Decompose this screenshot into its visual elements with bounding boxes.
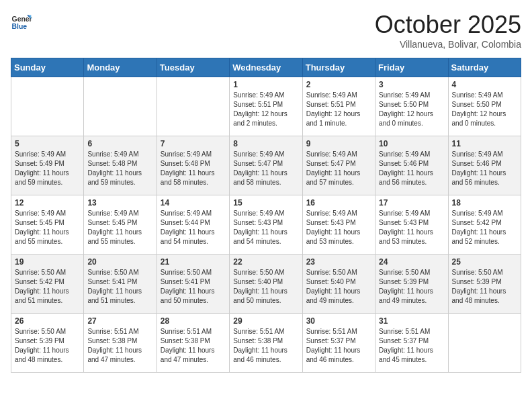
- calendar-cell: 6Sunrise: 5:49 AM Sunset: 5:48 PM Daylig…: [84, 136, 157, 195]
- weekday-header-thursday: Thursday: [302, 58, 375, 77]
- day-number: 20: [87, 257, 152, 267]
- day-info: Sunrise: 5:51 AM Sunset: 5:37 PM Dayligh…: [306, 327, 371, 365]
- day-info: Sunrise: 5:49 AM Sunset: 5:43 PM Dayligh…: [306, 209, 371, 246]
- day-number: 9: [306, 139, 371, 148]
- day-info: Sunrise: 5:49 AM Sunset: 5:48 PM Dayligh…: [87, 150, 152, 187]
- calendar-cell: 25Sunrise: 5:50 AM Sunset: 5:39 PM Dayli…: [448, 255, 521, 314]
- day-number: 10: [379, 139, 444, 148]
- day-info: Sunrise: 5:49 AM Sunset: 5:51 PM Dayligh…: [233, 91, 298, 128]
- day-info: Sunrise: 5:51 AM Sunset: 5:38 PM Dayligh…: [161, 327, 226, 365]
- day-info: Sunrise: 5:49 AM Sunset: 5:42 PM Dayligh…: [452, 209, 517, 246]
- calendar-cell: 24Sunrise: 5:50 AM Sunset: 5:39 PM Dayli…: [375, 255, 448, 314]
- calendar-cell: [11, 77, 84, 136]
- calendar-cell: 8Sunrise: 5:49 AM Sunset: 5:47 PM Daylig…: [230, 136, 302, 195]
- day-number: 12: [15, 198, 80, 208]
- month-title: October 2025: [375, 11, 521, 39]
- day-info: Sunrise: 5:49 AM Sunset: 5:45 PM Dayligh…: [15, 209, 80, 246]
- day-info: Sunrise: 5:49 AM Sunset: 5:43 PM Dayligh…: [233, 209, 298, 246]
- day-info: Sunrise: 5:51 AM Sunset: 5:38 PM Dayligh…: [87, 327, 152, 365]
- calendar-cell: 27Sunrise: 5:51 AM Sunset: 5:38 PM Dayli…: [84, 314, 157, 373]
- day-info: Sunrise: 5:49 AM Sunset: 5:46 PM Dayligh…: [379, 150, 444, 187]
- svg-text:Blue: Blue: [12, 23, 28, 30]
- day-info: Sunrise: 5:51 AM Sunset: 5:38 PM Dayligh…: [233, 327, 298, 365]
- day-number: 13: [87, 198, 152, 208]
- calendar-cell: 15Sunrise: 5:49 AM Sunset: 5:43 PM Dayli…: [230, 195, 302, 255]
- calendar-cell: 30Sunrise: 5:51 AM Sunset: 5:37 PM Dayli…: [302, 314, 375, 373]
- calendar-cell: 11Sunrise: 5:49 AM Sunset: 5:46 PM Dayli…: [448, 136, 521, 195]
- calendar-cell: 26Sunrise: 5:50 AM Sunset: 5:39 PM Dayli…: [11, 314, 84, 373]
- calendar-cell: 14Sunrise: 5:49 AM Sunset: 5:44 PM Dayli…: [157, 195, 229, 255]
- logo: General Blue: [11, 11, 32, 32]
- day-info: Sunrise: 5:50 AM Sunset: 5:39 PM Dayligh…: [379, 268, 444, 306]
- day-number: 19: [15, 257, 80, 267]
- day-info: Sunrise: 5:49 AM Sunset: 5:50 PM Dayligh…: [379, 91, 444, 128]
- calendar-cell: 21Sunrise: 5:50 AM Sunset: 5:41 PM Dayli…: [157, 255, 229, 314]
- day-info: Sunrise: 5:50 AM Sunset: 5:41 PM Dayligh…: [161, 268, 226, 306]
- calendar-table: SundayMondayTuesdayWednesdayThursdayFrid…: [11, 58, 521, 373]
- calendar-cell: [157, 77, 229, 136]
- day-info: Sunrise: 5:50 AM Sunset: 5:42 PM Dayligh…: [15, 268, 80, 306]
- location-subtitle: Villanueva, Bolivar, Colombia: [375, 39, 521, 50]
- calendar-cell: 2Sunrise: 5:49 AM Sunset: 5:51 PM Daylig…: [302, 77, 375, 136]
- calendar-week-2: 5Sunrise: 5:49 AM Sunset: 5:49 PM Daylig…: [11, 136, 521, 195]
- calendar-cell: 10Sunrise: 5:49 AM Sunset: 5:46 PM Dayli…: [375, 136, 448, 195]
- calendar-cell: 29Sunrise: 5:51 AM Sunset: 5:38 PM Dayli…: [230, 314, 302, 373]
- weekday-header-saturday: Saturday: [448, 58, 521, 77]
- day-number: 31: [379, 316, 444, 326]
- day-info: Sunrise: 5:49 AM Sunset: 5:48 PM Dayligh…: [161, 150, 226, 187]
- day-number: 8: [233, 139, 298, 148]
- day-number: 30: [306, 316, 371, 326]
- day-number: 26: [15, 316, 80, 326]
- day-number: 21: [161, 257, 226, 267]
- day-number: 15: [233, 198, 298, 208]
- calendar-cell: 4Sunrise: 5:49 AM Sunset: 5:50 PM Daylig…: [448, 77, 521, 136]
- day-info: Sunrise: 5:49 AM Sunset: 5:49 PM Dayligh…: [15, 150, 80, 187]
- day-info: Sunrise: 5:50 AM Sunset: 5:39 PM Dayligh…: [452, 268, 517, 306]
- title-block: October 2025 Villanueva, Bolivar, Colomb…: [375, 11, 521, 50]
- day-info: Sunrise: 5:49 AM Sunset: 5:51 PM Dayligh…: [306, 91, 371, 128]
- day-number: 14: [161, 198, 226, 208]
- day-info: Sunrise: 5:50 AM Sunset: 5:40 PM Dayligh…: [306, 268, 371, 306]
- weekday-header-tuesday: Tuesday: [157, 58, 229, 77]
- day-info: Sunrise: 5:50 AM Sunset: 5:39 PM Dayligh…: [15, 327, 80, 365]
- day-number: 2: [306, 80, 371, 89]
- day-info: Sunrise: 5:49 AM Sunset: 5:47 PM Dayligh…: [233, 150, 298, 187]
- day-info: Sunrise: 5:51 AM Sunset: 5:37 PM Dayligh…: [379, 327, 444, 365]
- calendar-cell: 31Sunrise: 5:51 AM Sunset: 5:37 PM Dayli…: [375, 314, 448, 373]
- calendar-cell: 12Sunrise: 5:49 AM Sunset: 5:45 PM Dayli…: [11, 195, 84, 255]
- page-header: General Blue October 2025 Villanueva, Bo…: [11, 11, 521, 50]
- day-info: Sunrise: 5:49 AM Sunset: 5:50 PM Dayligh…: [452, 91, 517, 128]
- calendar-cell: 17Sunrise: 5:49 AM Sunset: 5:43 PM Dayli…: [375, 195, 448, 255]
- calendar-cell: 1Sunrise: 5:49 AM Sunset: 5:51 PM Daylig…: [230, 77, 302, 136]
- day-number: 6: [87, 139, 152, 148]
- calendar-cell: 16Sunrise: 5:49 AM Sunset: 5:43 PM Dayli…: [302, 195, 375, 255]
- day-number: 28: [161, 316, 226, 326]
- calendar-cell: 5Sunrise: 5:49 AM Sunset: 5:49 PM Daylig…: [11, 136, 84, 195]
- day-number: 11: [452, 139, 517, 148]
- calendar-week-3: 12Sunrise: 5:49 AM Sunset: 5:45 PM Dayli…: [11, 195, 521, 255]
- weekday-header-monday: Monday: [84, 58, 157, 77]
- day-number: 25: [452, 257, 517, 267]
- calendar-cell: 28Sunrise: 5:51 AM Sunset: 5:38 PM Dayli…: [157, 314, 229, 373]
- day-number: 18: [452, 198, 517, 208]
- day-number: 3: [379, 80, 444, 89]
- calendar-cell: 3Sunrise: 5:49 AM Sunset: 5:50 PM Daylig…: [375, 77, 448, 136]
- calendar-week-5: 26Sunrise: 5:50 AM Sunset: 5:39 PM Dayli…: [11, 314, 521, 373]
- day-info: Sunrise: 5:50 AM Sunset: 5:41 PM Dayligh…: [87, 268, 152, 306]
- calendar-cell: 19Sunrise: 5:50 AM Sunset: 5:42 PM Dayli…: [11, 255, 84, 314]
- day-number: 22: [233, 257, 298, 267]
- weekday-header-wednesday: Wednesday: [230, 58, 302, 77]
- day-number: 29: [233, 316, 298, 326]
- calendar-cell: 18Sunrise: 5:49 AM Sunset: 5:42 PM Dayli…: [448, 195, 521, 255]
- calendar-cell: 23Sunrise: 5:50 AM Sunset: 5:40 PM Dayli…: [302, 255, 375, 314]
- calendar-week-1: 1Sunrise: 5:49 AM Sunset: 5:51 PM Daylig…: [11, 77, 521, 136]
- calendar-cell: 9Sunrise: 5:49 AM Sunset: 5:47 PM Daylig…: [302, 136, 375, 195]
- day-number: 23: [306, 257, 371, 267]
- day-number: 4: [452, 80, 517, 89]
- calendar-week-4: 19Sunrise: 5:50 AM Sunset: 5:42 PM Dayli…: [11, 255, 521, 314]
- day-number: 16: [306, 198, 371, 208]
- calendar-cell: [448, 314, 521, 373]
- day-info: Sunrise: 5:49 AM Sunset: 5:44 PM Dayligh…: [161, 209, 226, 246]
- weekday-header-row: SundayMondayTuesdayWednesdayThursdayFrid…: [11, 58, 521, 77]
- day-number: 5: [15, 139, 80, 148]
